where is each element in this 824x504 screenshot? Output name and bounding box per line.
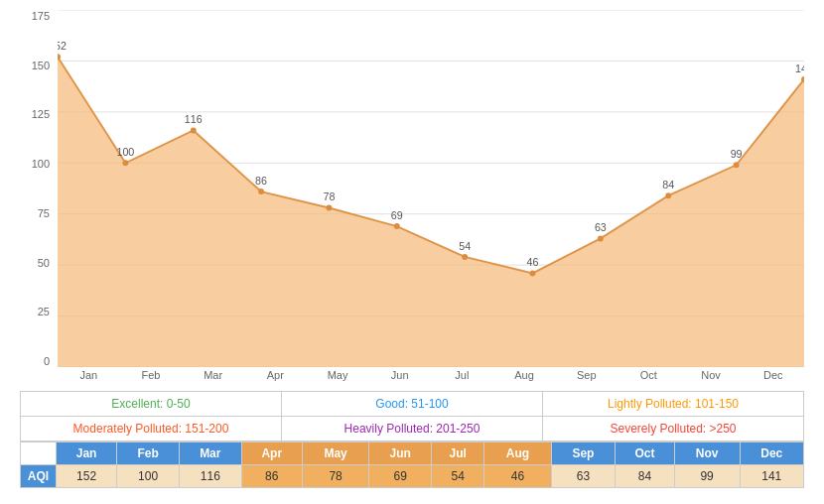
- y-label-75: 75: [20, 207, 55, 219]
- label-jul: 54: [459, 240, 471, 252]
- area-fill: [58, 57, 804, 367]
- point-jun: [394, 223, 400, 229]
- point-sep: [598, 235, 604, 241]
- td-dec: 141: [740, 465, 803, 488]
- point-mar: [191, 127, 197, 133]
- x-label-aug: Aug: [493, 369, 556, 381]
- point-feb: [122, 160, 128, 166]
- x-label-dec: Dec: [742, 369, 804, 381]
- y-label-175: 175: [20, 10, 55, 22]
- label-feb: 100: [116, 146, 134, 158]
- x-label-feb: Feb: [120, 369, 183, 381]
- td-apr: 86: [241, 465, 302, 488]
- y-label-25: 25: [20, 306, 55, 317]
- legend-moderate-label: Moderately Polluted: 151-200: [73, 422, 229, 436]
- empty-header: [21, 442, 57, 465]
- td-sep: 63: [551, 465, 615, 488]
- legend-row-1: Excellent: 0-50 Good: 51-100 Lightly Pol…: [21, 392, 803, 417]
- y-label-0: 0: [20, 355, 55, 367]
- label-jun: 69: [391, 209, 403, 221]
- legend-row-2: Moderately Polluted: 151-200 Heavily Pol…: [21, 417, 803, 441]
- label-apr: 86: [255, 175, 267, 187]
- legend-excellent-label: Excellent: 0-50: [111, 397, 190, 411]
- x-label-may: May: [307, 369, 369, 381]
- x-label-mar: Mar: [182, 369, 244, 381]
- legend-excellent: Excellent: 0-50: [21, 392, 282, 416]
- legend-severely: Severely Polluted: >250: [543, 417, 803, 441]
- plot-area: 152 100 116 86 78 69 54 46 63 84 99 141: [58, 10, 804, 367]
- td-aug: 46: [484, 465, 551, 488]
- th-jan: Jan: [57, 442, 117, 465]
- legend-good-label: Good: 51-100: [375, 397, 448, 411]
- th-feb: Feb: [117, 442, 180, 465]
- table-header-row: Jan Feb Mar Apr May Jun Jul Aug Sep Oct …: [21, 442, 804, 465]
- td-oct: 84: [616, 465, 675, 488]
- th-dec: Dec: [740, 442, 803, 465]
- x-label-oct: Oct: [618, 369, 680, 381]
- th-sep: Sep: [551, 442, 615, 465]
- label-dec: 141: [795, 63, 804, 74]
- y-label-100: 100: [20, 158, 55, 170]
- chart-svg: 152 100 116 86 78 69 54 46 63 84 99 141: [58, 10, 804, 367]
- table-aqi-row: AQI 152 100 116 86 78 69 54 46 63 84 99 …: [21, 465, 804, 488]
- th-oct: Oct: [616, 442, 675, 465]
- chart-container: 0 25 50 75 100 125 150 175: [0, 0, 824, 488]
- legend-moderate: Moderately Polluted: 151-200: [21, 417, 282, 441]
- th-aug: Aug: [484, 442, 551, 465]
- x-label-apr: Apr: [244, 369, 307, 381]
- th-may: May: [302, 442, 369, 465]
- x-label-jul: Jul: [431, 369, 493, 381]
- td-jun: 69: [369, 465, 432, 488]
- y-label-125: 125: [20, 108, 55, 120]
- x-label-jan: Jan: [58, 369, 120, 381]
- x-axis: Jan Feb Mar Apr May Jun Jul Aug Sep Oct …: [58, 369, 804, 381]
- x-label-sep: Sep: [555, 369, 618, 381]
- th-nov: Nov: [674, 442, 740, 465]
- y-label-50: 50: [20, 257, 55, 269]
- th-apr: Apr: [241, 442, 302, 465]
- td-jul: 54: [432, 465, 484, 488]
- point-may: [327, 205, 333, 211]
- legend-heavily-label: Heavily Polluted: 201-250: [344, 422, 481, 436]
- label-may: 78: [323, 190, 335, 202]
- point-nov: [734, 162, 740, 168]
- legend-lightly-label: Lightly Polluted: 101-150: [608, 397, 739, 411]
- label-jan: 152: [58, 40, 67, 52]
- label-oct: 84: [662, 179, 674, 190]
- td-mar: 116: [179, 465, 241, 488]
- th-jun: Jun: [369, 442, 432, 465]
- label-sep: 63: [595, 221, 607, 233]
- td-aqi-label: AQI: [21, 465, 57, 488]
- point-aug: [530, 270, 536, 276]
- x-label-jun: Jun: [368, 369, 431, 381]
- data-table: Jan Feb Mar Apr May Jun Jul Aug Sep Oct …: [20, 441, 804, 488]
- x-label-nov: Nov: [680, 369, 743, 381]
- point-oct: [665, 192, 671, 198]
- label-mar: 116: [185, 113, 203, 125]
- th-mar: Mar: [179, 442, 241, 465]
- point-jul: [462, 254, 468, 260]
- td-feb: 100: [117, 465, 180, 488]
- chart-area: 0 25 50 75 100 125 150 175: [20, 10, 804, 387]
- legend-good: Good: 51-100: [282, 392, 543, 416]
- legend-lightly: Lightly Polluted: 101-150: [543, 392, 803, 416]
- y-label-150: 150: [20, 60, 55, 71]
- td-jan: 152: [57, 465, 117, 488]
- y-axis: 0 25 50 75 100 125 150 175: [20, 10, 55, 367]
- legend-area: Excellent: 0-50 Good: 51-100 Lightly Pol…: [20, 391, 804, 441]
- label-nov: 99: [731, 148, 743, 160]
- legend-heavily: Heavily Polluted: 201-250: [282, 417, 543, 441]
- label-aug: 46: [527, 256, 539, 268]
- td-may: 78: [302, 465, 369, 488]
- td-nov: 99: [674, 465, 740, 488]
- point-apr: [258, 189, 264, 194]
- legend-severely-label: Severely Polluted: >250: [610, 422, 736, 436]
- th-jul: Jul: [432, 442, 484, 465]
